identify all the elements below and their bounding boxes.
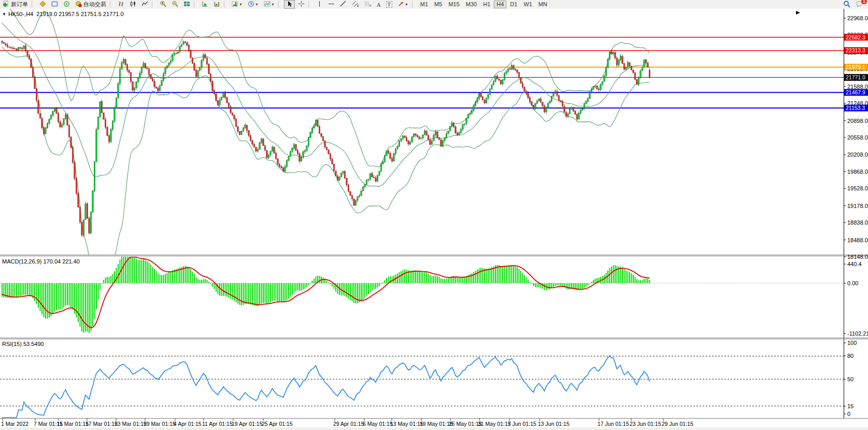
chart-canvas[interactable]: 22968.022628.022278.021938.021588.021248… [0, 9, 868, 430]
auto-trading-icon [75, 1, 82, 8]
signals-button[interactable] [61, 0, 72, 9]
svg-text:50: 50 [847, 376, 853, 382]
market-watch-button[interactable] [49, 0, 60, 9]
auto-scroll-button[interactable] [200, 0, 210, 9]
svg-text:13 May 01:15: 13 May 01:15 [390, 421, 423, 427]
fibonacci-icon: F [364, 1, 372, 8]
line-chart-icon [141, 1, 148, 8]
svg-text:22582.3: 22582.3 [846, 34, 865, 40]
svg-text:21467.9: 21467.9 [846, 89, 865, 95]
macd-indicator-label: MACD(12,26,9) 170.04 221.40 [2, 258, 80, 265]
timeframe-H4[interactable]: H4 [494, 1, 506, 8]
rsi-indicator-label: RSI(15) 53.5490 [2, 341, 44, 347]
toolbar-separator [110, 1, 114, 8]
arrows-icon [397, 1, 404, 8]
svg-text:29 Mar 01:15: 29 Mar 01:15 [144, 421, 176, 427]
auto-trading-button[interactable]: 自动交易 [73, 0, 108, 9]
notifications-button[interactable]: 1 [853, 0, 865, 9]
equidistant-channel-tool-button[interactable]: E [350, 0, 361, 9]
svg-text:29 Jun 01:15: 29 Jun 01:15 [662, 421, 693, 427]
indicators-button[interactable]: ▼ [230, 0, 245, 9]
timeframe-M30[interactable]: M30 [463, 1, 479, 8]
svg-text:22968.0: 22968.0 [847, 15, 868, 21]
zoom-in-button[interactable] [158, 0, 168, 9]
candlestick-chart-button[interactable] [127, 0, 138, 9]
svg-text:25 Apr 01:15: 25 Apr 01:15 [262, 421, 293, 427]
auto-trading-label: 自动交易 [83, 1, 106, 8]
svg-text:80: 80 [847, 353, 853, 359]
toolbar-separator [278, 1, 282, 8]
templates-button[interactable]: ▼ [262, 0, 277, 9]
toolbar-separator [308, 1, 312, 8]
vertical-line-tool-button[interactable] [314, 0, 325, 9]
market-watch-icon [51, 1, 58, 8]
tile-windows-button[interactable] [181, 0, 192, 9]
svg-text:23 Mar 01:15: 23 Mar 01:15 [115, 421, 147, 427]
timeframe-D1[interactable]: D1 [507, 1, 520, 8]
text-label-tool-button[interactable]: T [384, 0, 394, 9]
bar-chart-button[interactable] [116, 0, 126, 9]
svg-text:21979.1: 21979.1 [846, 64, 865, 70]
svg-text:13 Jun 01:15: 13 Jun 01:15 [538, 421, 570, 427]
template-icon [264, 1, 271, 8]
svg-text:100: 100 [847, 340, 857, 346]
chart-area[interactable]: 22968.022628.022278.021938.021588.021248… [0, 9, 868, 430]
svg-text:11 Mar 01:15: 11 Mar 01:15 [57, 421, 89, 427]
cursor-icon [286, 1, 293, 8]
timeframe-H1[interactable]: H1 [480, 1, 493, 8]
svg-text:31 May 01:15: 31 May 01:15 [478, 421, 511, 427]
zoom-in-icon [160, 1, 166, 8]
zoom-out-button[interactable] [169, 0, 180, 9]
chart-shift-button[interactable] [211, 0, 222, 9]
timeframe-W1[interactable]: W1 [521, 1, 535, 8]
svg-text:19 Apr 01:15: 19 Apr 01:15 [232, 421, 263, 427]
timeframe-M1[interactable]: M1 [418, 1, 431, 8]
cursor-tool-button[interactable] [284, 0, 295, 9]
chart-collapse-icon[interactable]: ▼ [2, 12, 6, 17]
svg-text:18488.0: 18488.0 [847, 237, 868, 243]
svg-text:21153.3: 21153.3 [846, 105, 865, 111]
indicators-icon [232, 1, 238, 8]
toolbar-separator [32, 1, 36, 8]
chart-header: ▼HK50-,H4 21919.0 21957.5 21751.5 21771.… [2, 11, 124, 17]
chevron-down-icon: ▼ [271, 3, 275, 6]
timeframe-M5[interactable]: M5 [432, 1, 445, 8]
arrows-tool-button[interactable]: ▼ [395, 0, 410, 9]
trendline-tool-button[interactable] [338, 0, 349, 9]
notification-badge: 1 [861, 0, 867, 4]
fibonacci-tool-button[interactable]: F [362, 0, 374, 9]
svg-text:18838.0: 18838.0 [847, 219, 868, 226]
text-tool-button[interactable]: A [375, 0, 383, 9]
zoom-out-icon [172, 1, 178, 8]
svg-text:21771.0: 21771.0 [846, 74, 865, 80]
timeframe-M15[interactable]: M15 [446, 1, 462, 8]
svg-text:29 Apr 01:15: 29 Apr 01:15 [333, 421, 364, 427]
svg-text:25 May 01:15: 25 May 01:15 [449, 421, 482, 427]
crosshair-icon [298, 1, 305, 8]
timeframe-bar: M1M5M15M30H1H4D1W1MN [417, 1, 550, 8]
search-button[interactable] [841, 0, 852, 9]
periods-button[interactable]: ▼ [246, 0, 261, 9]
toolbar: 新订单 自动交易 [0, 0, 868, 9]
history-center-button[interactable] [37, 0, 48, 9]
horizontal-line-icon [328, 1, 335, 8]
terminal-window: 新订单 自动交易 [0, 0, 868, 430]
svg-text:20898.0: 20898.0 [847, 118, 868, 124]
horizontal-line-tool-button[interactable] [326, 0, 337, 9]
crosshair-tool-button[interactable] [296, 0, 307, 9]
timeframe-MN[interactable]: MN [536, 1, 550, 8]
chart-ohlc-values: 21919.0 21957.5 21751.5 21771.0 [36, 11, 123, 17]
svg-text:-1102.21: -1102.21 [847, 330, 868, 337]
new-order-label: 新订单 [11, 1, 28, 8]
new-order-button[interactable]: 新订单 [1, 0, 30, 9]
new-order-icon [3, 1, 9, 8]
toolbar-separator [152, 1, 156, 8]
svg-text:6 May 01:15: 6 May 01:15 [363, 421, 393, 427]
line-chart-button[interactable] [139, 0, 150, 9]
svg-text:0: 0 [847, 411, 850, 417]
svg-text:19 May 01:15: 19 May 01:15 [420, 421, 453, 427]
svg-text:E: E [357, 4, 359, 7]
tile-windows-icon [183, 1, 190, 8]
auto-scroll-icon [202, 1, 208, 8]
svg-text:440.4: 440.4 [847, 261, 862, 267]
